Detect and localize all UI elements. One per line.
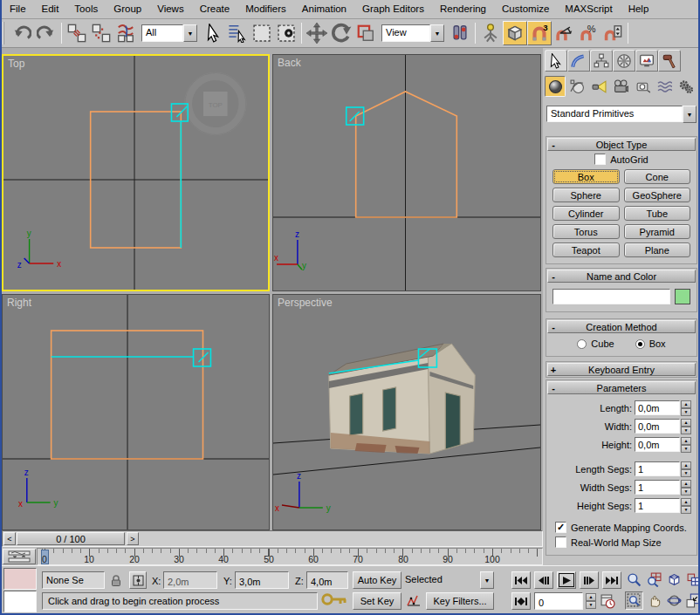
category-shapes-icon[interactable] <box>566 76 587 97</box>
height-segs-field[interactable] <box>635 498 680 513</box>
object-type-rollout-header[interactable]: - Object Type <box>547 138 696 151</box>
category-space-warps-icon[interactable] <box>654 76 675 97</box>
menu-graph-editors[interactable]: Graph Editors <box>354 0 432 18</box>
undo-icon[interactable] <box>10 21 34 45</box>
zoom-extents-icon[interactable] <box>665 571 683 589</box>
plane-button[interactable]: Plane <box>624 243 691 257</box>
dropdown-arrow-icon[interactable]: ▼ <box>430 24 444 42</box>
menu-modifiers[interactable]: Modifiers <box>237 0 294 18</box>
dropdown-arrow-icon[interactable]: ▼ <box>480 571 494 589</box>
selection-lock-icon[interactable] <box>108 572 124 588</box>
cube-radio[interactable] <box>577 339 587 349</box>
category-lights-icon[interactable] <box>588 76 609 97</box>
select-and-manipulate-icon[interactable] <box>448 21 472 45</box>
maxscript-mini-listener-pink[interactable] <box>3 568 37 590</box>
height-field[interactable] <box>635 437 680 452</box>
primitive-category-dropdown[interactable]: Standard Primitives ▼ <box>546 106 697 122</box>
name-color-rollout-header[interactable]: - Name and Color <box>547 270 696 283</box>
time-configuration-icon[interactable] <box>599 592 617 610</box>
auto-key-button[interactable]: Auto Key <box>353 571 401 589</box>
viewport-back-label[interactable]: Back <box>278 57 301 69</box>
reference-coordinate-system-dropdown[interactable]: View ▼ <box>381 24 444 42</box>
frame-spinner[interactable]: ▲▼ <box>586 593 596 609</box>
go-to-start-icon[interactable] <box>511 571 531 589</box>
torus-button[interactable]: Torus <box>552 224 620 239</box>
creation-method-rollout-header[interactable]: - Creation Method <box>547 320 696 333</box>
snaps-toggle-icon[interactable] <box>503 21 527 45</box>
window-crossing-toggle-icon[interactable] <box>274 21 299 45</box>
teapot-button[interactable]: Teapot <box>552 243 620 257</box>
category-helpers-icon[interactable] <box>632 76 653 97</box>
absolute-offset-mode-icon[interactable] <box>129 571 147 589</box>
selection-filter-dropdown[interactable]: All ▼ <box>141 24 197 42</box>
select-and-move-icon[interactable] <box>305 21 329 45</box>
x-coord-field[interactable] <box>163 571 217 589</box>
arc-rotate-icon[interactable] <box>665 591 683 610</box>
dropdown-arrow-icon[interactable]: ▼ <box>683 106 697 123</box>
next-frame-icon[interactable] <box>580 571 599 589</box>
tab-display-icon[interactable] <box>635 50 658 72</box>
viewport-right[interactable]: Right z y x <box>2 294 270 530</box>
current-frame-field[interactable] <box>534 592 583 610</box>
width-segs-field[interactable] <box>635 480 680 495</box>
dropdown-arrow-icon[interactable]: ▼ <box>183 24 197 42</box>
key-filters-button[interactable]: Key Filters... <box>426 592 494 610</box>
category-systems-icon[interactable] <box>676 76 697 97</box>
menu-customize[interactable]: Customize <box>494 0 557 18</box>
zoom-icon[interactable] <box>625 571 643 589</box>
time-slider-handle[interactable]: 0 / 100 <box>17 532 125 545</box>
keyboard-entry-rollout-header[interactable]: + Keyboard Entry <box>547 363 696 376</box>
category-geometry-icon[interactable] <box>545 76 566 97</box>
unlink-selection-icon[interactable] <box>89 21 113 45</box>
viewport-top[interactable]: Top TOP y <box>2 54 270 291</box>
bind-to-space-warp-icon[interactable] <box>113 21 138 45</box>
time-slider-track[interactable]: < 0 / 100 > <box>2 530 543 547</box>
spinner-snap-icon[interactable] <box>600 21 625 45</box>
length-segs-spinner[interactable]: ▲▼ <box>681 461 691 476</box>
select-and-rotate-icon[interactable] <box>329 21 353 45</box>
toolbar-drag-handle[interactable] <box>3 22 7 44</box>
length-segs-field[interactable] <box>635 461 680 476</box>
cylinder-button[interactable]: Cylinder <box>552 206 620 221</box>
menu-maxscript[interactable]: MAXScript <box>557 0 620 18</box>
maxscript-mini-listener-white[interactable] <box>3 591 37 612</box>
track-bar-ruler[interactable]: 0 10 20 30 40 50 60 70 80 90 100 <box>37 548 543 565</box>
menu-views[interactable]: Views <box>149 0 191 18</box>
menu-rendering[interactable]: Rendering <box>432 0 494 18</box>
zoom-all-icon[interactable] <box>645 571 663 589</box>
tab-motion-icon[interactable] <box>613 50 635 72</box>
previous-frame-icon[interactable] <box>534 571 553 589</box>
object-color-swatch[interactable] <box>675 289 690 304</box>
pyramid-button[interactable]: Pyramid <box>624 224 691 239</box>
open-mini-curve-editor-icon[interactable] <box>3 549 36 564</box>
tab-modify-icon[interactable] <box>567 50 590 72</box>
key-mode-dropdown[interactable]: Selected ▼ <box>405 571 494 589</box>
menu-edit[interactable]: Edit <box>34 0 67 18</box>
play-animation-icon[interactable] <box>557 571 576 589</box>
category-cameras-icon[interactable] <box>610 76 631 97</box>
key-mode-toggle-icon[interactable] <box>511 592 531 610</box>
tab-utilities-icon[interactable] <box>658 50 681 72</box>
width-segs-spinner[interactable]: ▲▼ <box>681 480 691 495</box>
time-slider-prev-button[interactable]: < <box>3 532 16 545</box>
keyboard-shortcut-override-icon[interactable] <box>478 21 503 45</box>
set-keys-key-icon[interactable] <box>319 589 349 610</box>
set-key-button[interactable]: Set Key <box>353 592 401 610</box>
viewport-top-label[interactable]: Top <box>8 58 24 70</box>
snap-3d-magnet-icon[interactable]: 3 <box>527 21 552 45</box>
time-slider-next-button[interactable]: > <box>127 532 139 545</box>
select-object-icon[interactable] <box>201 21 225 45</box>
rectangular-selection-region-icon[interactable] <box>250 21 274 45</box>
height-segs-spinner[interactable]: ▲▼ <box>681 498 691 513</box>
key-filters-curve-icon[interactable] <box>405 592 422 610</box>
real-world-map-size-checkbox[interactable] <box>555 536 566 548</box>
redo-icon[interactable] <box>34 21 58 45</box>
percent-snap-icon[interactable]: % <box>576 21 600 45</box>
tube-button[interactable]: Tube <box>624 206 691 221</box>
select-and-link-icon[interactable] <box>65 21 89 45</box>
generate-mapping-coords-checkbox[interactable]: ✓ <box>555 522 566 533</box>
zoom-region-icon[interactable] <box>625 591 643 610</box>
angle-snap-icon[interactable] <box>552 21 576 45</box>
tab-hierarchy-icon[interactable] <box>590 50 613 72</box>
viewport-back[interactable]: Back z x y <box>272 54 541 291</box>
